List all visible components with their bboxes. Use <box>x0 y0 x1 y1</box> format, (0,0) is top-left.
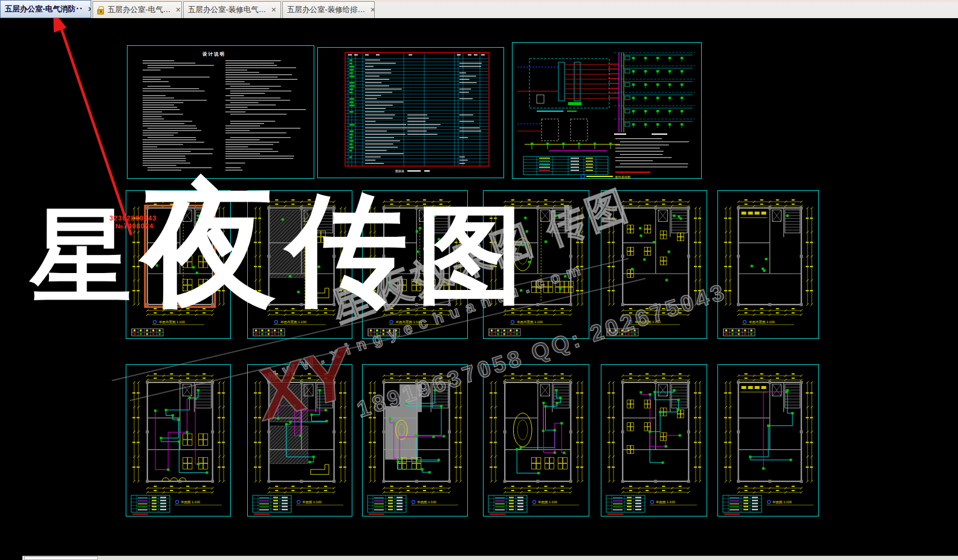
svg-text:平面图 1:100: 平面图 1:100 <box>772 500 792 504</box>
drawing-plan-bot-4[interactable]: 平面图 1:100 <box>483 364 589 517</box>
cad-application-window: 设计说明图例表配电系统图 平面布置图 1:100 平面布置图 1:100 平面布… <box>0 0 958 560</box>
file-tab-label: 五层办公室-电气消防‥ <box>5 4 83 14</box>
close-tab-icon[interactable]: ✕ <box>86 5 91 13</box>
file-tab-3[interactable]: 五层办公室-装修电气…✕ <box>183 1 281 18</box>
svg-text:平面布置图 1:100: 平面布置图 1:100 <box>517 320 543 324</box>
drawing-plan-mid-6[interactable]: 平面布置图 1:100 <box>717 190 819 339</box>
drawing-sheet-power-system[interactable]: 配电系统图 <box>512 42 702 179</box>
scrollbar-thumb[interactable] <box>24 556 98 560</box>
close-tab-icon[interactable]: ✕ <box>270 6 277 14</box>
drawing-plan-mid-5[interactable]: 平面布置图 1:100 <box>601 190 707 339</box>
svg-text:平面图 1:100: 平面图 1:100 <box>538 500 557 504</box>
svg-text:平面布置图 1:100: 平面布置图 1:100 <box>749 320 775 324</box>
drawing-plan-mid-2[interactable]: 平面布置图 1:100 <box>247 190 352 339</box>
file-tab-bar: 五层办公室-电气消防‥✕五层办公室-电气…✕五层办公室-装修电气…✕五层办公室-… <box>0 0 958 18</box>
drawing-plan-mid-3[interactable]: 平面布置图 1:100 <box>362 190 468 339</box>
lock-icon <box>97 9 104 14</box>
svg-text:设计说明: 设计说明 <box>202 51 225 57</box>
svg-text:平面图 1:100: 平面图 1:100 <box>417 500 436 504</box>
drawing-plan-bot-1[interactable]: 平面图 1:100 <box>126 364 231 517</box>
svg-text:图例表: 图例表 <box>395 169 404 173</box>
drawing-plan-bot-5[interactable]: 平面图 1:100 <box>601 364 707 517</box>
svg-text:平面图 1:100: 平面图 1:100 <box>181 500 200 504</box>
drawing-plan-bot-6[interactable]: 平面图 1:100 <box>717 364 819 517</box>
close-tab-icon[interactable]: ✕ <box>369 6 375 14</box>
file-tab-1[interactable]: 五层办公室-电气消防‥✕ <box>0 0 91 18</box>
horizontal-scrollbar[interactable] <box>22 556 958 560</box>
svg-text:配电系统图: 配电系统图 <box>615 175 630 179</box>
file-tab-label: 五层办公室-装修电气… <box>188 5 266 15</box>
drawing-plan-mid-1[interactable]: 平面布置图 1:100 <box>126 190 231 339</box>
file-tab-2[interactable]: 五层办公室-电气…✕ <box>92 1 182 18</box>
svg-text:平面布置图 1:100: 平面布置图 1:100 <box>159 320 185 324</box>
model-space-canvas[interactable]: 设计说明图例表配电系统图 平面布置图 1:100 平面布置图 1:100 平面布… <box>0 18 958 560</box>
close-tab-icon[interactable]: ✕ <box>174 6 182 14</box>
file-tab-4[interactable]: 五层办公室-装修给排…✕ <box>282 1 375 18</box>
svg-text:平面布置图 1:100: 平面布置图 1:100 <box>396 320 422 324</box>
drawing-plan-bot-3[interactable]: 平面图 1:100 <box>362 364 468 517</box>
svg-text:平面图 1:100: 平面图 1:100 <box>656 500 675 504</box>
drawing-sheet-legend-table[interactable]: 图例表 <box>317 47 504 178</box>
file-tab-label: 五层办公室-电气… <box>108 5 170 15</box>
svg-text:平面图 1:100: 平面图 1:100 <box>302 500 322 504</box>
drawing-sheet-design-notes[interactable]: 设计说明 <box>127 45 314 179</box>
svg-text:平面布置图 1:100: 平面布置图 1:100 <box>280 320 306 324</box>
svg-text:平面布置图 1:100: 平面布置图 1:100 <box>635 320 661 324</box>
drawing-plan-mid-4[interactable]: 平面布置图 1:100 <box>483 190 589 339</box>
file-tab-label: 五层办公室-装修给排… <box>287 5 365 15</box>
drawing-plan-bot-2[interactable]: 平面图 1:100 <box>247 364 352 517</box>
